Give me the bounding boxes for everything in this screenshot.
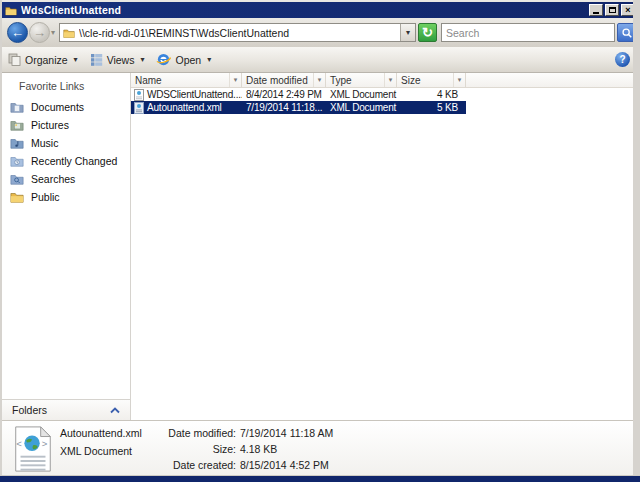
- sidebar-item-public[interactable]: Public: [2, 188, 130, 206]
- column-filter-button[interactable]: ▾: [229, 73, 241, 87]
- minimize-button[interactable]: [589, 4, 603, 16]
- organize-button[interactable]: Organize ▾: [2, 50, 84, 69]
- column-filter-button[interactable]: ▾: [453, 73, 465, 87]
- window-bottom-border: [0, 475, 640, 482]
- explorer-window: WdsClientUnattend × ← → ▾ \\cle-rid-vdi-…: [0, 0, 640, 482]
- details-file-type: XML Document: [60, 445, 164, 457]
- file-list: Name ▾ Date modified ▾ Type ▾ Size ▾: [131, 73, 633, 420]
- column-header-filler: [466, 73, 633, 88]
- organize-label: Organize: [25, 54, 68, 66]
- views-button[interactable]: Views ▾: [84, 50, 151, 69]
- command-toolbar: Organize ▾ Views ▾ Open ▾ ?: [2, 47, 638, 73]
- column-filter-button[interactable]: ▾: [384, 73, 396, 87]
- back-button[interactable]: ←: [7, 22, 28, 43]
- column-headers: Name ▾ Date modified ▾ Type ▾ Size ▾: [131, 73, 633, 88]
- file-row[interactable]: WDSClientUnattend.... 8/4/2014 2:49 PM X…: [131, 88, 466, 101]
- open-button[interactable]: Open ▾: [150, 49, 217, 70]
- file-name: WDSClientUnattend....: [147, 88, 242, 101]
- details-field-row: Date modified: 7/19/2014 11:18 AM: [164, 427, 333, 439]
- xml-document-icon: [134, 89, 144, 101]
- window-controls: ×: [589, 4, 635, 16]
- search-input[interactable]: [442, 24, 614, 41]
- file-name: Autounattend.xml: [147, 101, 222, 114]
- favorite-links-header: Favorite Links: [2, 73, 130, 98]
- chevron-down-icon: ▾: [140, 55, 144, 64]
- column-header-size[interactable]: Size ▾: [397, 73, 466, 88]
- column-header-name[interactable]: Name ▾: [131, 73, 242, 88]
- column-header-type[interactable]: Type ▾: [326, 73, 397, 88]
- chevron-down-icon: ▾: [389, 76, 393, 84]
- sidebar-item-searches[interactable]: Searches: [2, 170, 130, 188]
- details-file-name: Autounattend.xml: [60, 427, 164, 439]
- details-field-row: Size: 4.18 KB: [164, 443, 333, 455]
- sidebar-item-music[interactable]: Music: [2, 134, 130, 152]
- file-type: XML Document: [326, 88, 397, 101]
- folders-label: Folders: [12, 404, 47, 416]
- sidebar-item-label: Documents: [31, 101, 84, 113]
- file-size: 4 KB: [397, 88, 466, 101]
- column-header-date-modified[interactable]: Date modified ▾: [242, 73, 326, 88]
- details-field-row: Date created: 8/15/2014 4:52 PM: [164, 459, 333, 471]
- folder-icon: [5, 5, 17, 16]
- chevron-down-icon: ▾: [234, 76, 238, 84]
- sidebar-item-label: Searches: [31, 173, 75, 185]
- searches-folder-icon: [10, 173, 24, 185]
- sidebar-item-label: Music: [31, 137, 58, 149]
- navigation-pane: Favorite Links Documents Pictures: [2, 73, 131, 420]
- documents-folder-icon: [10, 101, 24, 113]
- sidebar-item-label: Pictures: [31, 119, 69, 131]
- details-file-summary: Autounattend.xml XML Document: [60, 425, 164, 475]
- sidebar-item-pictures[interactable]: Pictures: [2, 116, 130, 134]
- address-bar[interactable]: \\cle-rid-vdi-01\REMINST\WdsClientUnatte…: [59, 23, 416, 42]
- sidebar-item-label: Public: [31, 191, 60, 203]
- views-icon: [90, 53, 103, 66]
- file-row-selected[interactable]: Autounattend.xml 7/19/2014 11:18... XML …: [131, 101, 466, 114]
- titlebar: WdsClientUnattend ×: [2, 2, 638, 18]
- music-folder-icon: [10, 137, 24, 149]
- chevron-down-icon: ▾: [458, 76, 462, 84]
- internet-explorer-icon: [156, 52, 171, 67]
- help-button[interactable]: ?: [615, 52, 630, 67]
- help-icon: ?: [619, 54, 625, 65]
- address-path[interactable]: \\cle-rid-vdi-01\REMINST\WdsClientUnatte…: [79, 27, 400, 39]
- svg-text:<: <: [16, 438, 22, 449]
- folder-icon: [63, 28, 75, 38]
- organize-icon: [8, 53, 21, 66]
- chevron-down-icon: ▾: [318, 76, 322, 84]
- svg-text:>: >: [42, 438, 48, 449]
- search-icon: [621, 27, 633, 39]
- chevron-up-icon: [110, 407, 120, 414]
- xml-document-icon: [134, 102, 144, 114]
- open-label: Open: [175, 54, 201, 66]
- details-fields: Date modified: 7/19/2014 11:18 AM Size: …: [164, 425, 333, 475]
- navigation-bar: ← → ▾ \\cle-rid-vdi-01\REMINST\WdsClient…: [2, 18, 638, 47]
- forward-button[interactable]: →: [29, 22, 50, 43]
- file-date-modified: 7/19/2014 11:18...: [242, 101, 326, 114]
- file-type: XML Document: [326, 101, 397, 114]
- chevron-down-icon: ▾: [74, 55, 78, 64]
- main-area: Favorite Links Documents Pictures: [2, 73, 633, 420]
- details-field-value: 8/15/2014 4:52 PM: [236, 459, 329, 471]
- folders-band[interactable]: Folders: [2, 399, 130, 420]
- recently-changed-folder-icon: [10, 155, 24, 167]
- window-title: WdsClientUnattend: [21, 4, 589, 16]
- address-dropdown-button[interactable]: ▾: [400, 24, 415, 41]
- column-filter-button[interactable]: ▾: [313, 73, 325, 87]
- details-field-label: Size:: [164, 443, 236, 455]
- details-pane: < > Autounattend.xml XML Document Date m…: [2, 420, 633, 475]
- public-folder-icon: [10, 191, 24, 203]
- refresh-button[interactable]: ↻: [418, 23, 437, 42]
- close-icon: ×: [625, 6, 630, 15]
- details-field-label: Date modified:: [164, 427, 236, 439]
- details-field-label: Date created:: [164, 459, 236, 471]
- forward-icon: →: [33, 25, 46, 40]
- pictures-folder-icon: [10, 119, 24, 131]
- sidebar-item-documents[interactable]: Documents: [2, 98, 130, 116]
- maximize-button[interactable]: [605, 4, 619, 16]
- chevron-down-icon: ▾: [406, 28, 410, 37]
- maximize-icon: [609, 7, 616, 13]
- xml-document-large-icon: < >: [12, 425, 54, 473]
- sidebar-item-recently-changed[interactable]: Recently Changed: [2, 152, 130, 170]
- recent-pages-dropdown[interactable]: ▾: [51, 28, 55, 37]
- sidebar-item-label: Recently Changed: [31, 155, 117, 167]
